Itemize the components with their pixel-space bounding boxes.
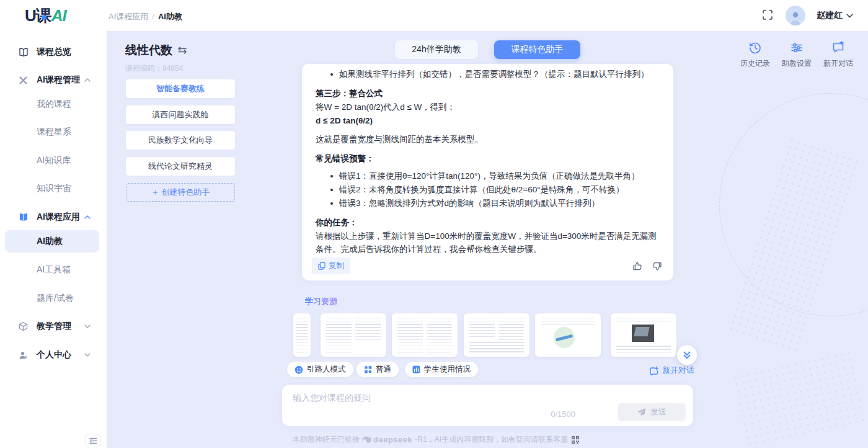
chevron-up-icon (84, 215, 91, 219)
open-book-icon (19, 212, 29, 222)
grid-icon (364, 365, 372, 374)
course-title-text: 线性代数 (125, 42, 172, 58)
message-line: 将W = 2D tan(θ/2)代入d ≤ W，得到： (316, 101, 660, 114)
message-line: 这就是覆盖宽度与测线间距的基本关系模型。 (316, 133, 660, 146)
mode-pill-guide[interactable]: 引路人模式 (287, 362, 353, 377)
assistant-button-dianxi-practice[interactable]: 滇西问题实践舱 (126, 105, 235, 124)
sidebar-item-label: 课程总览 (37, 47, 71, 58)
sidebar-item-ai-knowledge-base[interactable]: AI知识库 (0, 153, 107, 169)
message-section-title: 第三步：整合公式 (316, 87, 660, 101)
sidebar-group-label: 个人中心 (37, 349, 71, 361)
sidebar-group-personal-center[interactable]: 个人中心 (0, 347, 107, 363)
smiley-icon (294, 365, 303, 374)
scroll-down-button[interactable] (677, 345, 697, 365)
sidebar-item-course-overview[interactable]: 课程总览 (0, 44, 107, 60)
chevron-down-icon (84, 325, 91, 328)
resource-thumbnail[interactable] (293, 313, 311, 357)
new-chat-icon (831, 41, 845, 55)
whale-icon (362, 436, 371, 443)
logo-text-right: AI (51, 6, 66, 25)
new-conversation-button-bottom[interactable]: 新开对话 (650, 365, 694, 376)
breadcrumb-current: AI助教 (158, 12, 182, 21)
book-icon (19, 47, 29, 57)
paper-plane-icon (637, 408, 646, 417)
resource-thumbnail[interactable] (611, 313, 676, 357)
mode-pill-student-usage[interactable]: 学生使用情况 (405, 362, 478, 377)
resource-thumbnail[interactable] (392, 313, 458, 357)
new-conversation-button-top[interactable]: 新开对话 (820, 41, 857, 69)
breadcrumb-parent[interactable]: AI课程应用 (108, 12, 148, 21)
assistant-settings-button[interactable]: 助教设置 (778, 41, 815, 69)
history-button[interactable]: 历史记录 (737, 41, 774, 69)
mode-pill-normal[interactable]: 普通 (356, 362, 399, 377)
user-name: 赵建红 (817, 10, 843, 21)
chevron-down-icon (84, 353, 91, 357)
assistant-message-card: 如果测线非平行排列（如交错），是否需要调整模型？（提示：题目默认平行排列） 第三… (302, 64, 673, 280)
thumbs-down-icon[interactable] (652, 261, 662, 271)
message-section-title: 你的任务： (316, 216, 660, 230)
learning-resources-title: 学习资源 (305, 296, 337, 307)
breadcrumb-separator: / (152, 12, 154, 21)
sidebar-group-ai-course-apps[interactable]: AI课程应用 (0, 209, 107, 225)
copy-button[interactable]: 复制 (312, 258, 350, 274)
assistant-message: 如果测线非平行排列（如交错），是否需要调整模型？（提示：题目默认平行排列） 第三… (316, 68, 660, 256)
bar-chart-icon (412, 365, 420, 374)
settings-sliders-icon (790, 41, 804, 55)
message-formula: d ≤ 2D tan(θ/2) (316, 114, 660, 128)
breadcrumb: AI课程应用/AI助教 (108, 11, 182, 22)
logo-text-left: U课 (25, 6, 51, 25)
tab-24h-companion[interactable]: 24h伴学助教 (395, 40, 478, 59)
sidebar-item-question-bank[interactable]: 题库/试卷 (0, 290, 107, 307)
assistant-button-ethnic-math-guide[interactable]: 民族数学文化向导 (126, 131, 235, 150)
chevron-up-icon (84, 78, 91, 82)
assistant-button-paper-research[interactable]: 线代论文研究精灵 (126, 157, 235, 176)
main-content: 线性代数 课程编码：84654 智能备赛教练 滇西问题实践舱 民族数学文化向导 … (107, 31, 868, 448)
resource-thumbnail[interactable] (464, 313, 529, 357)
logo-dot (42, 15, 46, 20)
resource-thumbnail[interactable] (321, 313, 386, 357)
send-button[interactable]: 发送 (618, 403, 686, 421)
deepseek-logo: deepseek (362, 435, 412, 444)
sidebar-group-teaching-management[interactable]: 教学管理 (0, 318, 107, 334)
message-input-card: 0/1500 发送 (282, 385, 693, 426)
message-line: 请根据以上步骤，重新计算当D=100米时的覆盖宽度W，并验证当d=300米时是否… (316, 230, 660, 257)
thumbs-up-icon[interactable] (632, 261, 642, 271)
message-bullet: 错误2：未将角度转换为弧度直接计算（但此处θ/2=60°是特殊角，可不转换） (330, 183, 660, 197)
new-chat-icon (650, 366, 659, 375)
course-title: 线性代数 (125, 42, 187, 58)
top-bar: U课AI AI课程应用/AI助教 赵建红 (0, 0, 868, 31)
copy-icon (318, 262, 326, 270)
chevron-down-icon (846, 14, 853, 18)
history-icon (748, 41, 762, 55)
course-code: 课程编码：84654 (125, 63, 183, 74)
avatar[interactable] (786, 6, 805, 25)
tools-icon (19, 76, 29, 85)
sidebar-item-course-galaxy[interactable]: 课程星系 (0, 124, 107, 140)
question-input[interactable] (293, 393, 590, 418)
message-bullet: 错误1：直接使用θ=120°计算tan(120°)，导致结果为负值（正确做法是先… (330, 169, 660, 183)
tab-course-feature-assistant[interactable]: 课程特色助手 (494, 40, 580, 59)
double-chevron-down-icon (683, 351, 691, 359)
sidebar-item-ai-assistant-active[interactable]: AI助教 (5, 230, 99, 253)
sidebar: 课程总览 AI课程管理 我的课程 课程星系 AI知识库 知识宇宙 AI课程应用 … (0, 31, 107, 448)
message-section-title: 常见错误预警： (316, 152, 660, 166)
sidebar-item-ai-toolbox[interactable]: AI工具箱 (0, 262, 107, 278)
char-counter: 0/1500 (551, 410, 575, 419)
create-assistant-button[interactable]: ＋ 创建特色助手 (126, 183, 235, 202)
switch-course-icon[interactable] (177, 46, 187, 55)
message-bullet: 如果测线非平行排列（如交错），是否需要调整模型？（提示：题目默认平行排列） (330, 68, 660, 81)
sidebar-group-ai-course-management[interactable]: AI课程管理 (0, 72, 107, 88)
assistant-button-competition-coach[interactable]: 智能备赛教练 (126, 79, 235, 98)
sidebar-collapse-icon[interactable] (86, 434, 100, 447)
user-menu[interactable]: 赵建红 (817, 10, 853, 21)
qr-code-icon[interactable] (572, 436, 579, 444)
sidebar-group-label: AI课程应用 (37, 212, 80, 223)
message-bullet: 错误3：忽略测线排列方式对d的影响（题目未说明则为默认平行排列） (330, 197, 660, 210)
sidebar-item-knowledge-universe[interactable]: 知识宇宙 (0, 181, 107, 197)
background-dots-decoration (732, 349, 868, 448)
fullscreen-icon[interactable] (762, 9, 774, 22)
resource-thumbnail[interactable] (535, 313, 601, 357)
app-logo: U课AI (25, 5, 66, 27)
sidebar-item-my-courses[interactable]: 我的课程 (0, 96, 107, 112)
user-icon (19, 351, 29, 360)
